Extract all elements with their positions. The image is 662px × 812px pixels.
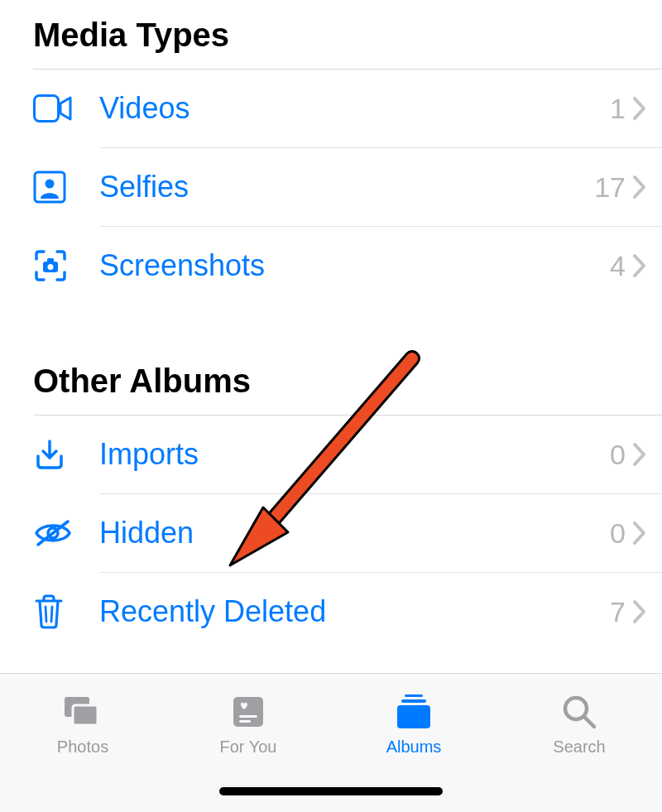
row-label: Imports bbox=[84, 437, 610, 472]
row-count: 4 bbox=[610, 250, 626, 282]
row-count: 1 bbox=[610, 93, 626, 125]
row-count: 0 bbox=[610, 517, 626, 550]
photos-icon bbox=[61, 691, 104, 733]
svg-rect-20 bbox=[397, 705, 430, 728]
tab-search[interactable]: Search bbox=[496, 674, 662, 773]
row-videos[interactable]: Videos 1 bbox=[0, 70, 662, 147]
hidden-icon bbox=[33, 518, 84, 548]
tab-label: Search bbox=[553, 738, 605, 757]
svg-point-5 bbox=[48, 264, 54, 270]
albums-icon bbox=[393, 691, 434, 733]
chevron-right-icon bbox=[632, 521, 647, 545]
content-area: Media Types Videos 1 Selfies 17 bbox=[0, 0, 662, 651]
chevron-right-icon bbox=[632, 253, 647, 278]
chevron-right-icon bbox=[632, 442, 647, 467]
row-label: Videos bbox=[84, 91, 610, 126]
row-label: Selfies bbox=[84, 170, 594, 204]
svg-rect-14 bbox=[73, 705, 98, 725]
import-icon bbox=[33, 438, 84, 471]
tab-bar: Photos For You Albums Search bbox=[0, 673, 662, 812]
chevron-right-icon bbox=[632, 599, 647, 624]
row-label: Hidden bbox=[84, 516, 610, 550]
section-header-media-types: Media Types bbox=[0, 0, 662, 69]
svg-point-2 bbox=[46, 180, 55, 189]
home-indicator[interactable] bbox=[219, 787, 443, 795]
section-gap bbox=[0, 305, 662, 346]
tab-label: Albums bbox=[386, 738, 442, 757]
tab-label: For You bbox=[220, 738, 277, 757]
video-icon bbox=[33, 94, 84, 123]
svg-rect-0 bbox=[35, 96, 59, 122]
tab-for-you[interactable]: For You bbox=[166, 674, 331, 773]
row-recently-deleted[interactable]: Recently Deleted 7 bbox=[0, 573, 662, 651]
screenshot-icon bbox=[33, 248, 84, 283]
tab-label: Photos bbox=[57, 738, 108, 757]
row-label: Recently Deleted bbox=[84, 594, 610, 629]
svg-line-22 bbox=[584, 717, 594, 727]
svg-line-8 bbox=[46, 607, 46, 622]
section-header-other-albums: Other Albums bbox=[0, 346, 662, 415]
row-count: 17 bbox=[594, 171, 626, 204]
svg-line-9 bbox=[51, 607, 52, 622]
svg-rect-4 bbox=[47, 258, 54, 262]
svg-rect-19 bbox=[401, 699, 426, 703]
trash-icon bbox=[33, 593, 84, 630]
chevron-right-icon bbox=[632, 96, 647, 121]
svg-rect-17 bbox=[239, 720, 251, 723]
row-count: 7 bbox=[610, 596, 626, 628]
tab-photos[interactable]: Photos bbox=[0, 674, 166, 773]
row-screenshots[interactable]: Screenshots 4 bbox=[0, 227, 662, 305]
row-label: Screenshots bbox=[84, 248, 610, 283]
chevron-right-icon bbox=[632, 175, 647, 199]
svg-rect-18 bbox=[405, 694, 423, 697]
selfie-icon bbox=[33, 171, 84, 204]
row-count: 0 bbox=[610, 439, 626, 471]
row-hidden[interactable]: Hidden 0 bbox=[0, 494, 662, 572]
row-imports[interactable]: Imports 0 bbox=[0, 416, 662, 493]
svg-rect-16 bbox=[239, 715, 257, 718]
photos-albums-screen: Media Types Videos 1 Selfies 17 bbox=[0, 0, 662, 812]
for-you-icon bbox=[230, 691, 266, 733]
row-selfies[interactable]: Selfies 17 bbox=[0, 148, 662, 226]
search-icon bbox=[561, 691, 597, 733]
tab-albums[interactable]: Albums bbox=[331, 674, 496, 773]
